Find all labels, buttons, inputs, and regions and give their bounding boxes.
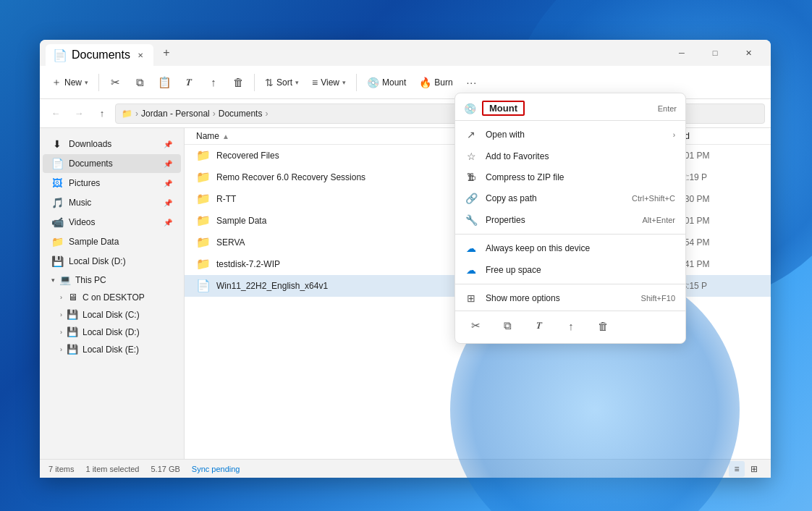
this-pc-expander: ▾ [51, 276, 55, 284]
folder-icon: 📁 [196, 257, 211, 271]
context-menu-item-compress[interactable]: 🗜 Compress to ZIP file [455, 167, 685, 187]
back-button[interactable]: ← [46, 104, 66, 124]
context-menu-mount-icon: 💿 [464, 103, 476, 114]
path-separator-1: › [135, 109, 138, 119]
sort-button[interactable]: ⇅ Sort ▾ [259, 73, 305, 92]
copy-button[interactable]: ⧉ [128, 71, 151, 94]
downloads-icon: ⬇ [51, 138, 63, 150]
pictures-icon: 🖼 [51, 177, 63, 189]
c-desktop-icon: 🖥 [67, 292, 78, 303]
folder-icon: 📁 [196, 148, 211, 162]
sidebar-item-documents[interactable]: 📄 Documents 📌 [43, 154, 181, 173]
ctx-copy-button[interactable]: ⧉ [497, 316, 517, 336]
pictures-pin-icon: 📌 [164, 180, 172, 187]
close-button[interactable]: ✕ [732, 41, 765, 64]
context-menu-item-open-with[interactable]: ↗ Open with › [455, 124, 685, 145]
documents-pin-icon: 📌 [164, 160, 172, 168]
local-d-expander: › [60, 329, 62, 336]
context-menu-item-copy-path[interactable]: 🔗 Copy as path Ctrl+Shift+C [455, 187, 685, 209]
share-button[interactable]: ↑ [202, 71, 225, 94]
local-disk-d-icon: 💾 [51, 255, 63, 267]
context-menu-item-add-favorites[interactable]: ☆ Add to Favorites [455, 145, 685, 167]
copy-path-shortcut: Ctrl+Shift+C [632, 194, 675, 203]
local-e-icon: 💾 [67, 344, 78, 355]
properties-icon: 🔧 [465, 214, 477, 226]
view-icon: ≡ [312, 77, 318, 88]
toolbar-separator-1 [98, 74, 99, 91]
sidebar-item-this-pc[interactable]: ▾ 💻 This PC [43, 271, 181, 288]
context-menu-item-more-options[interactable]: ⊞ Show more options Shift+F10 [455, 287, 685, 309]
sidebar-item-sample-data[interactable]: 📁 Sample Data [43, 232, 181, 251]
sidebar-item-pictures[interactable]: 🖼 Pictures 📌 [43, 174, 181, 193]
context-menu-item-keep-device[interactable]: ☁ Always keep on this device [455, 237, 685, 259]
sidebar-item-music[interactable]: 🎵 Music 📌 [43, 193, 181, 212]
window-controls: ─ □ ✕ [665, 41, 765, 64]
ctx-share-button[interactable]: ↑ [561, 316, 581, 336]
more-button[interactable]: ··· [460, 71, 483, 94]
view-dropdown-arrow: ▾ [342, 79, 346, 86]
paste-button[interactable]: 📋 [153, 71, 176, 94]
sidebar-item-local-disk-d2[interactable]: › 💾 Local Disk (D:) [43, 324, 181, 340]
free-space-icon: ☁ [465, 264, 477, 276]
context-menu-item-free-space[interactable]: ☁ Free up space [455, 259, 685, 281]
active-tab[interactable]: 📄 Documents ✕ [46, 44, 153, 66]
title-bar: 📄 Documents ✕ + ─ □ ✕ [40, 40, 771, 66]
sidebar-item-videos[interactable]: 📹 Videos 📌 [43, 213, 181, 232]
sidebar-item-local-disk-d-label: Local Disk (D:) [69, 256, 126, 266]
sidebar-item-downloads-label: Downloads [69, 139, 111, 149]
up-button[interactable]: ↑ [92, 104, 112, 124]
path-separator-3: › [265, 109, 268, 119]
sort-arrow-icon: ▲ [222, 132, 229, 140]
cut-button[interactable]: ✂ [103, 71, 127, 94]
compress-label: Compress to ZIP file [486, 172, 675, 182]
sidebar-item-downloads[interactable]: ⬇ Downloads 📌 [43, 135, 181, 153]
file-size: 5.17 GB [151, 465, 179, 473]
copy-path-icon: 🔗 [465, 193, 477, 204]
mount-button[interactable]: 💿 Mount [361, 73, 412, 92]
maximize-button[interactable]: □ [698, 41, 732, 64]
toolbar-separator-3 [356, 74, 357, 91]
sidebar-item-pictures-label: Pictures [69, 178, 100, 188]
tab-close-button[interactable]: ✕ [135, 49, 146, 61]
item-count: 7 items [48, 465, 74, 473]
forward-button[interactable]: → [69, 104, 89, 124]
grid-view-button[interactable]: ⊞ [746, 461, 762, 477]
context-menu-separator-2 [455, 284, 685, 284]
ctx-cut-button[interactable]: ✂ [465, 316, 486, 336]
new-tab-button[interactable]: + [156, 43, 177, 63]
sidebar-item-local-disk-c[interactable]: › 💾 Local Disk (C:) [43, 306, 181, 323]
copy-path-label: Copy as path [486, 193, 623, 203]
rename-button[interactable]: 𝑻 [177, 71, 200, 94]
view-button[interactable]: ≡ View ▾ [306, 73, 352, 92]
context-menu-item-properties[interactable]: 🔧 Properties Alt+Enter [455, 209, 685, 231]
folder-icon: 📁 [196, 170, 211, 184]
list-view-button[interactable]: ≡ [729, 461, 745, 477]
ctx-delete-button[interactable]: 🗑 [593, 316, 613, 336]
sidebar-local-c-label: Local Disk (C:) [83, 310, 140, 320]
context-menu-mount-label[interactable]: Mount [482, 101, 525, 116]
context-menu-separator-1 [455, 234, 685, 235]
open-with-label: Open with [486, 130, 664, 140]
tab-icon: 📄 [53, 48, 67, 62]
burn-icon: 🔥 [419, 77, 431, 88]
sidebar-item-c-on-desktop[interactable]: › 🖥 C on DESKTOP [43, 289, 181, 305]
properties-shortcut: Alt+Enter [642, 216, 675, 224]
new-button[interactable]: ＋ New ▾ [46, 72, 94, 93]
path-separator-2: › [213, 109, 216, 119]
videos-pin-icon: 📌 [164, 219, 172, 227]
local-e-expander: › [60, 346, 62, 353]
ctx-rename-button[interactable]: 𝑻 [529, 316, 549, 336]
sort-icon: ⇅ [265, 77, 274, 88]
sidebar-item-local-disk-e[interactable]: › 💾 Local Disk (E:) [43, 341, 181, 358]
sample-data-icon: 📁 [51, 236, 63, 248]
music-pin-icon: 📌 [164, 199, 172, 207]
minimize-button[interactable]: ─ [665, 41, 698, 64]
burn-button[interactable]: 🔥 Burn [413, 73, 458, 92]
sidebar-item-local-disk-d[interactable]: 💾 Local Disk (D:) [43, 252, 181, 271]
delete-button[interactable]: 🗑 [227, 71, 250, 94]
path-root-icon: 📁 [122, 109, 132, 119]
sidebar-item-sample-data-label: Sample Data [69, 237, 119, 247]
more-options-icon: ⊞ [465, 292, 477, 304]
downloads-pin-icon: 📌 [164, 140, 172, 148]
folder-icon: 📁 [196, 235, 211, 249]
